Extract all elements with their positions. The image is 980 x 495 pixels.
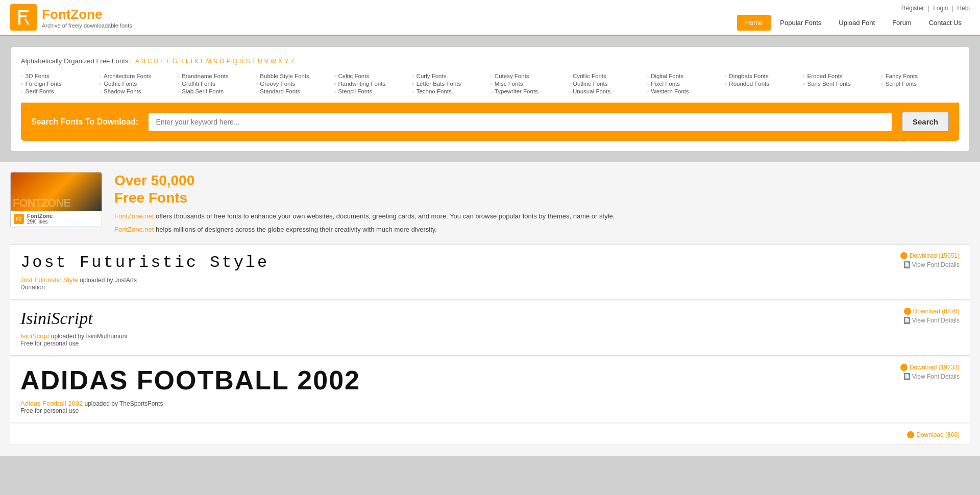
cat-3d-fonts[interactable]: 3D Fonts (21, 73, 99, 79)
font-license-adidas: Free for personal use (20, 407, 960, 414)
promo-section: FONTZONE FZ FontZone 29K likes 👍 Like Pa… (10, 162, 970, 245)
nav-forum[interactable]: Forum (884, 15, 920, 31)
cat-brandname-fonts[interactable]: Brandname Fonts (177, 73, 255, 79)
alpha-k[interactable]: K (194, 58, 199, 65)
font-browser: Alphabetically Organized Free Fonts: A B… (10, 46, 970, 152)
alpha-c[interactable]: C (148, 58, 152, 65)
font-cat-col-2: Brandname Fonts Graffiti Fonts Slab Seri… (177, 73, 255, 94)
alpha-d[interactable]: D (154, 58, 159, 65)
alpha-j[interactable]: J (189, 58, 192, 65)
fontzone-link-2[interactable]: FontZone.net (114, 226, 154, 233)
cat-shadow-fonts[interactable]: Shadow Fonts (99, 88, 177, 94)
cat-curly-fonts[interactable]: Curly Fonts (412, 73, 490, 79)
help-link[interactable]: Help (957, 5, 970, 12)
alpha-i[interactable]: I (186, 58, 187, 65)
search-button[interactable]: Search (902, 112, 949, 132)
font-preview-isiniscript: IsiniScript (20, 309, 960, 328)
download-isiniscript[interactable]: ↓ Download (8876) (904, 308, 960, 315)
cat-gothic-fonts[interactable]: Gothic Fonts (99, 81, 177, 87)
alpha-t[interactable]: T (252, 58, 256, 65)
font-name-jost[interactable]: Jost Futuristic Style (20, 276, 78, 284)
fontzone-link-1[interactable]: FontZone.net (114, 212, 154, 220)
font-preview-adidas: ADIDAS FOOTBALL 2002 (20, 365, 960, 395)
alpha-m[interactable]: M (206, 58, 211, 65)
alpha-u[interactable]: U (258, 58, 262, 65)
font-cat-col-4: Celtic Fonts Handwriting Fonts Stencil F… (334, 73, 412, 94)
cat-techno-fonts[interactable]: Techno Fonts (412, 88, 490, 94)
cat-pixel-fonts[interactable]: Pixel Fonts (646, 81, 724, 87)
login-link[interactable]: Login (933, 5, 948, 12)
cat-sans-serif-fonts[interactable]: Sans Serif Fonts (803, 81, 881, 87)
fb-like-button[interactable]: 👍 Like Page (14, 227, 99, 228)
font-entry-adidas: ↓ Download (19233) 📄 View Font Details A… (10, 357, 970, 423)
fb-widget: FONTZONE FZ FontZone 29K likes 👍 Like Pa… (10, 172, 102, 228)
alpha-s[interactable]: S (246, 58, 250, 65)
alpha-p[interactable]: P (227, 58, 231, 65)
cat-eroded-fonts[interactable]: Eroded Fonts (803, 73, 881, 79)
cat-slab-serif-fonts[interactable]: Slab Serif Fonts (177, 88, 255, 94)
cat-standard-fonts[interactable]: Standard Fonts (256, 88, 334, 94)
alpha-x[interactable]: X (278, 58, 282, 65)
alpha-h[interactable]: H (179, 58, 184, 65)
alpha-e[interactable]: E (160, 58, 164, 65)
alpha-b[interactable]: B (141, 58, 145, 65)
font-preview-jost: Jost Futuristic Style (20, 253, 960, 272)
font-cat-col-3: Bubble Style Fonts Groovy Fonts Standard… (256, 73, 334, 94)
cat-unusual-fonts[interactable]: Unusual Fonts (568, 88, 646, 94)
cat-celtic-fonts[interactable]: Celtic Fonts (334, 73, 412, 79)
alpha-r[interactable]: R (239, 58, 244, 65)
cat-letter-bats-fonts[interactable]: Letter Bats Fonts (412, 81, 490, 87)
alpha-v[interactable]: V (264, 58, 268, 65)
cat-outline-fonts[interactable]: Outline Fonts (568, 81, 646, 87)
cat-stencil-fonts[interactable]: Stencil Fonts (334, 88, 412, 94)
font-entry-actions-jost: ↓ Download (15651) 📄 View Font Details (900, 252, 960, 268)
cat-typewriter-fonts[interactable]: Typewriter Fonts (490, 88, 568, 94)
nav-contact-us[interactable]: Contact Us (921, 15, 970, 31)
alpha-z[interactable]: Z (290, 58, 294, 65)
alpha-o[interactable]: O (219, 58, 224, 65)
cat-cyrillic-fonts[interactable]: Cyrillic Fonts (568, 73, 646, 79)
font-categories: 3D Fonts Foreign Fonts Serif Fonts Archi… (21, 73, 959, 94)
alpha-a[interactable]: A (135, 58, 139, 65)
cat-western-fonts[interactable]: Western Fonts (646, 88, 724, 94)
cat-dingbats-fonts[interactable]: Dingbats Fonts (725, 73, 803, 79)
alpha-f[interactable]: F (166, 58, 170, 65)
nav-popular-fonts[interactable]: Popular Fonts (772, 15, 829, 31)
alpha-q[interactable]: Q (233, 58, 237, 65)
alpha-n[interactable]: N (213, 58, 218, 65)
cat-handwriting-fonts[interactable]: Handwriting Fonts (334, 81, 412, 87)
font-license-jost: Donation (20, 284, 960, 291)
cat-cutesy-fonts[interactable]: Cutesy Fonts (490, 73, 568, 79)
view-details-isiniscript[interactable]: 📄 View Font Details (904, 317, 960, 324)
download-adidas[interactable]: ↓ Download (19233) (900, 364, 960, 371)
font-cat-col-10: Eroded Fonts Sans Serif Fonts (803, 73, 881, 94)
cat-groovy-fonts[interactable]: Groovy Fonts (256, 81, 334, 87)
download-unknown[interactable]: ↓ Download (866) (907, 431, 960, 438)
cat-serif-fonts[interactable]: Serif Fonts (21, 88, 99, 94)
cat-script-fonts[interactable]: Script Fonts (881, 81, 959, 87)
alpha-l[interactable]: L (201, 58, 204, 65)
nav-upload-font[interactable]: Upload Font (830, 15, 883, 31)
search-input[interactable] (149, 113, 892, 131)
cat-digital-fonts[interactable]: Digital Fonts (646, 73, 724, 79)
cat-bubble-style-fonts[interactable]: Bubble Style Fonts (256, 73, 334, 79)
fb-widget-info: FZ FontZone 29K likes (11, 211, 102, 227)
alpha-g[interactable]: G (173, 58, 177, 65)
cat-fancy-fonts[interactable]: Fancy Fonts (881, 73, 959, 79)
download-jost[interactable]: ↓ Download (15651) (900, 252, 960, 259)
alpha-w[interactable]: W (271, 58, 276, 65)
cat-architecture-fonts[interactable]: Architecture Fonts (99, 73, 177, 79)
alpha-y[interactable]: Y (284, 58, 288, 65)
cat-rounded-fonts[interactable]: Rounded Fonts (725, 81, 803, 87)
page-icon-adidas: 📄 (904, 373, 910, 380)
view-details-adidas[interactable]: 📄 View Font Details (904, 373, 960, 380)
search-label: Search Fonts To Download: (31, 117, 138, 127)
font-name-adidas[interactable]: Adidas Football 2002 (20, 400, 83, 407)
view-details-jost[interactable]: 📄 View Font Details (904, 261, 960, 268)
nav-home[interactable]: Home (737, 15, 771, 31)
register-link[interactable]: Register (901, 5, 924, 12)
font-name-isiniscript[interactable]: IsiniScript (20, 332, 49, 340)
cat-foreign-fonts[interactable]: Foreign Fonts (21, 81, 99, 87)
cat-misc-fonts[interactable]: Misc Fonts (490, 81, 568, 87)
cat-graffiti-fonts[interactable]: Graffiti Fonts (177, 81, 255, 87)
